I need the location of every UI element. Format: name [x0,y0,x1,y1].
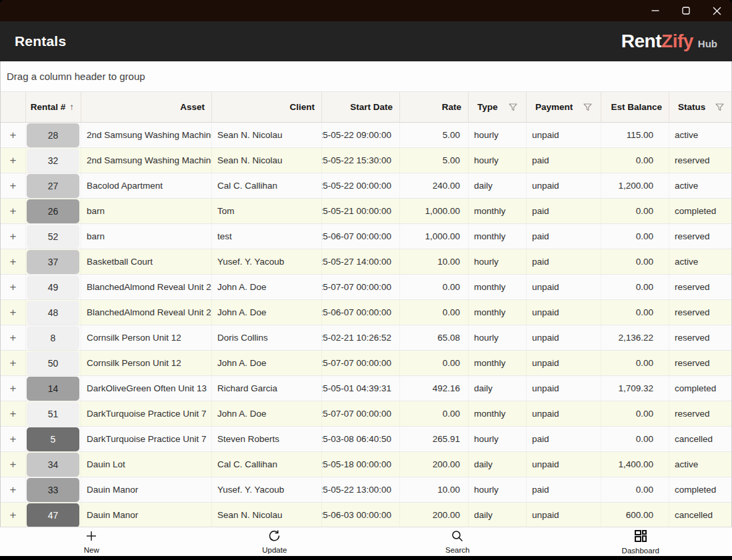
filter-icon[interactable] [509,103,517,111]
toolbar-button-label: New [84,546,99,554]
table-row[interactable]: +5DarkTurquoise Practice Unit 7Steven Ro… [1,427,731,452]
table-row[interactable]: +26barnTom2025-05-21 00:00:001,000.00mon… [1,199,731,224]
close-button[interactable] [701,0,732,21]
row-expander-button[interactable]: + [1,275,26,299]
table-row[interactable]: +37Basketball CourtYusef. Y. Yacoub2025-… [1,249,731,275]
column-header-label: Client [289,102,315,112]
est-balance-cell: 0.00 [601,249,669,274]
row-expander-button[interactable]: + [1,300,26,325]
rate-cell: 1,000.00 [400,199,469,223]
asset-cell: Cornsilk Person Unit 12 [81,351,212,375]
column-header-client[interactable]: Client [212,92,322,122]
plus-expander-icon: + [10,458,17,471]
client-cell: Yusef. Y. Yacoub [212,477,322,502]
table-row[interactable]: +322nd Samsung Washing MachineSean N. Ni… [1,148,731,173]
row-expander-button[interactable]: + [1,148,26,173]
type-cell: monthly [469,401,527,426]
filter-icon[interactable] [715,103,724,111]
table-row[interactable]: +48BlanchedAlmond Reveal Unit 20John A. … [1,300,731,325]
rate-cell: 492.16 [400,376,469,401]
column-header-status[interactable]: Status [669,92,731,122]
maximize-icon [682,7,690,15]
table-row[interactable]: +8Cornsilk Person Unit 12Doris Collins20… [1,325,731,351]
table-row[interactable]: +52barntest2025-06-07 00:00:001,000.00mo… [1,224,731,249]
rental-number-cell: 48 [26,300,81,325]
column-header-balance[interactable]: Est Balance [601,92,669,122]
row-expander-button[interactable]: + [1,224,26,249]
rental-number-badge: 26 [27,199,79,223]
client-cell: Cal C. Callihan [212,173,322,198]
rental-number-cell: 37 [26,249,81,274]
table-row[interactable]: +282nd Samsung Washing MachineSean N. Ni… [1,123,731,148]
filter-icon[interactable] [583,103,592,111]
row-expander-button[interactable]: + [1,477,26,502]
client-cell: Sean N. Nicolau [212,503,322,527]
rental-number-cell: 27 [26,173,81,198]
table-row[interactable]: +27Bacolod ApartmentCal C. Callihan2025-… [1,173,731,199]
table-row[interactable]: +14DarkOliveGreen Often Unit 13Richard G… [1,376,731,401]
rental-number-badge: 50 [27,351,79,375]
plus-expander-icon: + [10,483,17,497]
table-row[interactable]: +47Dauin ManorSean N. Nicolau2025-06-03 … [1,503,731,527]
logo-part-zify: Zify [661,31,693,52]
row-expander-button[interactable]: + [1,376,26,401]
row-expander-button[interactable]: + [1,401,26,426]
rental-number-badge: 37 [27,250,79,274]
row-expander-button[interactable]: + [1,173,26,198]
est-balance-cell: 115.00 [601,123,669,147]
rental-number-cell: 28 [26,123,81,147]
update-button[interactable]: Update [183,527,367,556]
row-expander-button[interactable]: + [1,503,26,527]
dashboard-button[interactable]: Dashboard [549,527,732,556]
rental-number-badge: 49 [27,275,79,299]
table-row[interactable]: +50Cornsilk Person Unit 12John A. Doe202… [1,351,731,376]
row-expander-button[interactable]: + [1,249,26,274]
type-cell: daily [469,173,527,198]
column-header-rate[interactable]: Rate [400,92,469,122]
minimize-button[interactable] [640,0,671,21]
row-expander-button[interactable]: + [1,199,26,223]
client-cell: Doris Collins [212,325,322,350]
asset-cell: 2nd Samsung Washing Machine [81,148,212,173]
maximize-button[interactable] [671,0,701,21]
est-balance-cell: 0.00 [601,300,669,325]
rental-number-cell: 52 [26,224,81,249]
logo-part-hub: Hub [698,38,717,49]
column-header-label: Rate [442,102,461,112]
row-expander-button[interactable]: + [1,351,26,375]
row-expander-button[interactable]: + [1,123,26,147]
status-cell: cancelled [669,427,731,451]
client-cell: Sean N. Nicolau [212,123,322,147]
rate-cell: 65.08 [400,325,469,350]
bottom-strip [0,556,732,560]
status-cell: completed [669,199,731,223]
column-header-payment[interactable]: Payment [527,92,601,122]
table-row[interactable]: +51DarkTurquoise Practice Unit 7John A. … [1,401,731,427]
status-cell: active [669,173,731,198]
payment-cell: unpaid [527,452,601,477]
status-cell: active [669,249,731,274]
row-expander-button[interactable]: + [1,452,26,477]
asset-cell: barn [81,224,212,249]
table-row[interactable]: +33Dauin ManorYusef. Y. Yacoub2025-05-22… [1,477,731,503]
asset-cell: Bacolod Apartment [81,173,212,198]
type-cell: monthly [469,199,527,223]
table-row[interactable]: +49BlanchedAlmond Reveal Unit 20John A. … [1,275,731,300]
table-row[interactable]: +34Dauin LotCal C. Callihan2025-05-18 00… [1,452,731,477]
rental-number-cell: 8 [26,325,81,350]
column-header-rental[interactable]: Rental #↑ [26,92,81,122]
search-button[interactable]: Search [366,527,549,556]
rate-cell: 5.00 [400,148,469,173]
plus-expander-icon: + [10,382,17,395]
row-expander-button[interactable]: + [1,325,26,350]
group-by-drop-zone[interactable]: Drag a column header to group [1,61,731,92]
column-header-asset[interactable]: Asset [81,92,212,122]
column-header-type[interactable]: Type [469,92,527,122]
payment-cell: paid [527,199,601,223]
rental-number-cell: 5 [26,427,81,451]
client-cell: Cal C. Callihan [212,452,322,477]
row-expander-button[interactable]: + [1,427,26,451]
new-button[interactable]: New [0,527,183,556]
rental-number-badge: 48 [27,301,79,325]
column-header-start[interactable]: Start Date [322,92,400,122]
